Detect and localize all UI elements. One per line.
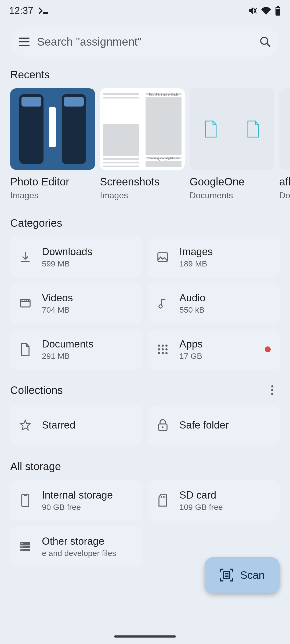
image-icon [156, 250, 170, 264]
storage-sd-card[interactable]: SD card109 GB free [148, 480, 280, 521]
svg-rect-20 [24, 495, 27, 496]
svg-point-26 [21, 550, 23, 551]
svg-rect-5 [158, 253, 168, 261]
svg-point-7 [159, 305, 162, 308]
search-bar[interactable]: Search "assignment" [10, 27, 280, 57]
category-apps[interactable]: Apps17 GB [148, 329, 280, 370]
recent-item-screenshots[interactable]: This offer is not availableChecking your… [100, 88, 185, 200]
phone-icon [18, 493, 32, 507]
section-collections: Collections [10, 384, 63, 396]
category-images[interactable]: Images189 MB [148, 237, 280, 277]
recent-title: Photo Editor [10, 176, 95, 188]
status-time: 12:37 [9, 5, 33, 16]
search-placeholder: Search "assignment" [37, 35, 252, 48]
video-icon [18, 296, 32, 310]
nav-handle[interactable] [114, 635, 176, 638]
storage-grid: Internal storage90 GB free SD card109 GB… [0, 480, 290, 567]
svg-point-11 [158, 348, 160, 350]
menu-icon[interactable] [19, 38, 30, 46]
notification-dot [265, 346, 271, 352]
download-icon [18, 250, 32, 264]
storage-other[interactable]: Other storagee and developer files [10, 526, 142, 567]
recent-title: GoogleOne [190, 176, 274, 188]
scan-button[interactable]: Scan [205, 557, 280, 593]
storage-internal[interactable]: Internal storage90 GB free [10, 480, 142, 521]
category-videos[interactable]: Videos704 MB [10, 283, 142, 324]
category-documents[interactable]: Documents291 MB [10, 329, 142, 370]
recent-title: afla [279, 176, 290, 188]
recents-row[interactable]: Photo Editor Images This offer is not av… [0, 88, 290, 200]
section-recents: Recents [0, 69, 290, 81]
svg-rect-3 [276, 8, 280, 9]
svg-point-4 [261, 37, 268, 44]
category-audio[interactable]: Audio550 kB [148, 283, 280, 324]
sd-card-icon [156, 493, 170, 507]
section-all-storage: All storage [0, 460, 290, 473]
recent-thumb [279, 88, 290, 170]
recent-thumb [190, 88, 274, 170]
svg-point-9 [162, 345, 164, 347]
storage-icon [18, 540, 32, 554]
star-icon [18, 418, 32, 432]
recent-title: Screenshots [100, 176, 185, 188]
svg-point-8 [158, 345, 160, 347]
search-icon[interactable] [259, 36, 271, 48]
apps-icon [156, 342, 170, 356]
mute-icon [248, 6, 257, 16]
recent-item-photo-editor[interactable]: Photo Editor Images [10, 88, 95, 200]
collection-safe-folder[interactable]: Safe folder [148, 405, 280, 445]
wifi-icon [261, 7, 271, 15]
svg-point-13 [165, 348, 168, 350]
svg-point-16 [165, 352, 168, 354]
recent-sub: Docu [279, 191, 290, 200]
audio-icon [156, 296, 170, 310]
recent-item-overflow[interactable]: afla Docu [279, 88, 290, 200]
collection-starred[interactable]: Starred [10, 405, 142, 445]
svg-point-24 [21, 543, 23, 544]
recent-thumb: This offer is not availableChecking your… [100, 88, 185, 170]
categories-grid: Downloads599 MB Images189 MB Videos704 M… [0, 237, 290, 370]
svg-point-12 [162, 348, 164, 350]
status-bar: 12:37 [0, 0, 290, 21]
recent-thumb [10, 88, 95, 170]
category-downloads[interactable]: Downloads599 MB [10, 237, 142, 277]
recent-sub: Images [100, 191, 185, 200]
svg-point-25 [21, 546, 23, 547]
section-categories: Categories [0, 217, 290, 229]
svg-point-15 [162, 352, 164, 354]
terminal-icon [38, 7, 49, 14]
scan-label: Scan [240, 569, 264, 581]
svg-point-10 [165, 345, 168, 347]
svg-point-18 [162, 426, 164, 428]
recent-sub: Documents [190, 191, 274, 200]
svg-rect-2 [277, 6, 279, 7]
lock-icon [156, 418, 170, 432]
scan-icon [220, 568, 234, 582]
battery-icon [275, 6, 281, 16]
collections-grid: Starred Safe folder [0, 405, 290, 445]
more-icon[interactable] [265, 383, 280, 398]
recent-sub: Images [10, 191, 95, 200]
svg-point-14 [158, 352, 160, 354]
recent-item-googleone[interactable]: GoogleOne Documents [190, 88, 274, 200]
svg-rect-0 [43, 12, 48, 14]
document-icon [18, 342, 32, 356]
